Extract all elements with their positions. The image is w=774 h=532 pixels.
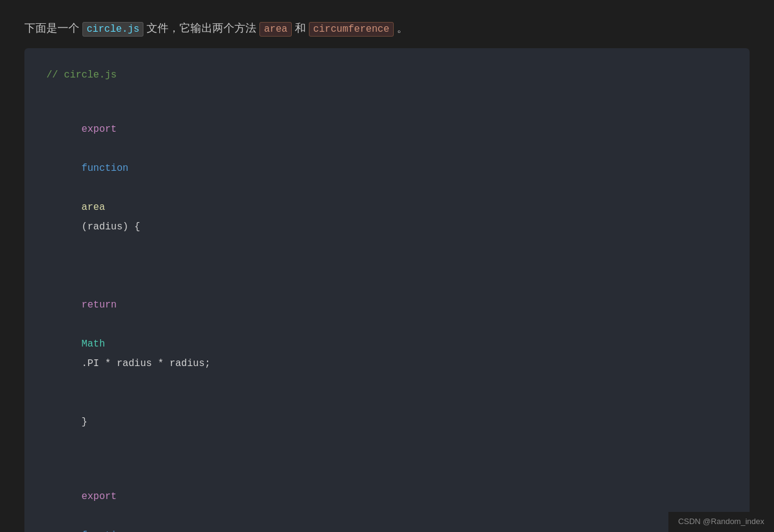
- intro-middle: 文件，它输出两个方法: [146, 22, 256, 34]
- space-3: [82, 319, 88, 330]
- inline-method-circumference: circumference: [309, 22, 394, 37]
- page-content: 下面是一个 circle.js 文件，它输出两个方法 area 和 circum…: [0, 12, 774, 532]
- return-keyword-1: return: [82, 300, 117, 311]
- code-line-area: export function area (radius) {: [46, 100, 728, 256]
- space-1: [82, 143, 88, 154]
- code-comment-circle: // circle.js: [46, 65, 728, 85]
- space-2: [82, 182, 88, 193]
- math-1: Math: [82, 339, 105, 350]
- code-block-circle: // circle.js export function area (radiu…: [24, 48, 750, 532]
- empty-line-2: [46, 451, 728, 467]
- math-rest-1: .PI * radius * radius;: [82, 358, 211, 369]
- intro-suffix: 。: [397, 22, 408, 34]
- space-4: [82, 511, 88, 522]
- footer-credit: CSDN @Random_index: [668, 512, 774, 532]
- code-line-close-1: }: [46, 393, 728, 451]
- area-params: (radius) {: [82, 221, 140, 232]
- export-keyword-2: export: [82, 491, 117, 502]
- inline-method-area: area: [259, 22, 291, 37]
- function-keyword-1: function: [82, 163, 129, 174]
- intro-paragraph: 下面是一个 circle.js 文件，它输出两个方法 area 和 circum…: [24, 18, 750, 38]
- intro-separator: 和: [295, 22, 306, 34]
- empty-line-1: [46, 85, 728, 101]
- code-line-return-area: return Math .PI * radius * radius;: [46, 256, 728, 393]
- intro-prefix: 下面是一个: [24, 22, 79, 34]
- credit-text: CSDN @Random_index: [678, 517, 764, 526]
- inline-filename: circle.js: [82, 22, 143, 37]
- code-line-circumference: export function circumference (radius) {: [46, 467, 728, 532]
- fn-name-area: area: [82, 202, 105, 213]
- export-keyword-1: export: [82, 124, 117, 135]
- close-brace-1: }: [82, 417, 88, 428]
